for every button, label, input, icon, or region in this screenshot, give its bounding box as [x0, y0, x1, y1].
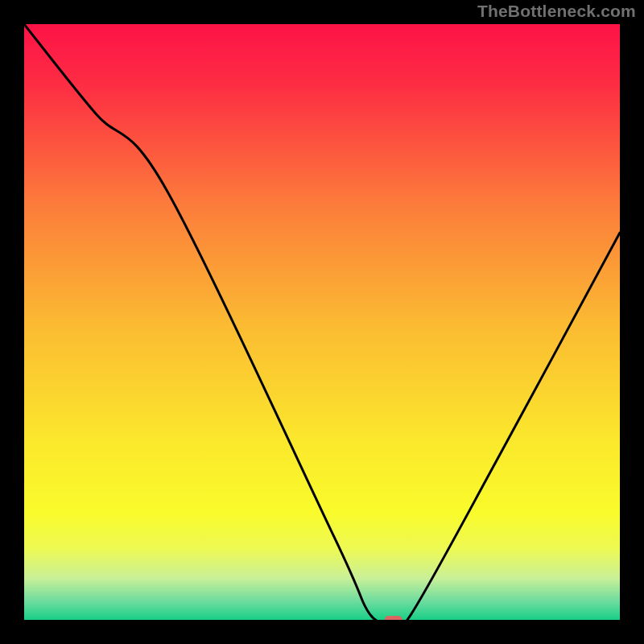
optimal-marker: [385, 616, 402, 620]
bottleneck-chart: [24, 24, 620, 620]
chart-background: [24, 24, 620, 620]
watermark-text: TheBottleneck.com: [477, 2, 636, 21]
chart-frame: TheBottleneck.com: [0, 0, 644, 644]
